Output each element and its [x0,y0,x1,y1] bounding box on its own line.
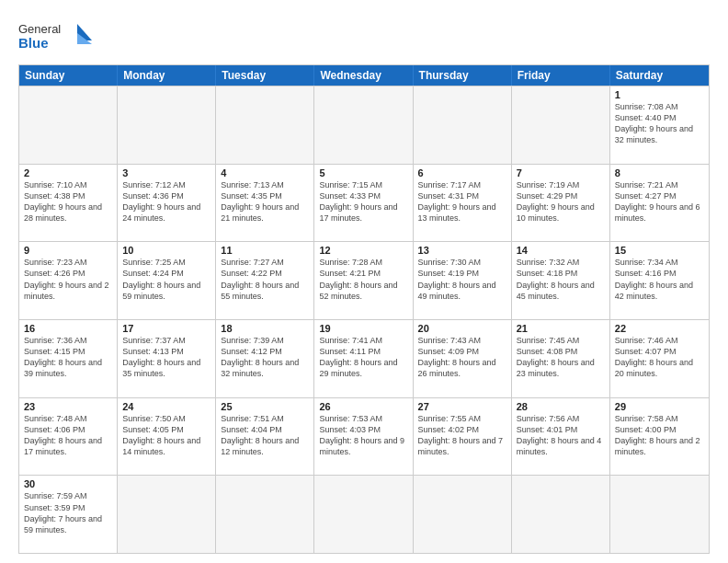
day-number: 5 [319,167,407,178]
cell-info: Sunrise: 7:28 AM Sunset: 4:21 PM Dayligh… [319,257,407,302]
day-number: 2 [24,167,112,178]
cell-info: Sunrise: 7:48 AM Sunset: 4:06 PM Dayligh… [24,413,112,458]
calendar-cell-r2c1: 10Sunrise: 7:25 AM Sunset: 4:24 PM Dayli… [118,242,216,319]
cell-info: Sunrise: 7:45 AM Sunset: 4:08 PM Dayligh… [517,335,605,380]
cell-info: Sunrise: 7:59 AM Sunset: 3:59 PM Dayligh… [24,490,112,535]
cell-info: Sunrise: 7:12 AM Sunset: 4:36 PM Dayligh… [122,179,210,224]
day-number: 9 [24,245,112,256]
weekday-header-friday: Friday [512,65,610,86]
day-number: 16 [24,323,112,334]
calendar-row-5: 30Sunrise: 7:59 AM Sunset: 3:59 PM Dayli… [19,475,709,553]
cell-info: Sunrise: 7:17 AM Sunset: 4:31 PM Dayligh… [418,179,506,224]
calendar-cell-r0c0 [19,86,118,164]
day-number: 17 [122,323,210,334]
cell-info: Sunrise: 7:56 AM Sunset: 4:01 PM Dayligh… [517,413,605,458]
day-number: 1 [615,89,704,100]
calendar-row-3: 16Sunrise: 7:36 AM Sunset: 4:15 PM Dayli… [19,319,709,397]
cell-info: Sunrise: 7:53 AM Sunset: 4:03 PM Dayligh… [319,413,407,458]
calendar-cell-r4c0: 23Sunrise: 7:48 AM Sunset: 4:06 PM Dayli… [19,398,118,476]
weekday-header-thursday: Thursday [414,65,512,86]
day-number: 22 [615,323,704,334]
calendar-row-1: 2Sunrise: 7:10 AM Sunset: 4:38 PM Daylig… [19,164,709,242]
day-number: 24 [122,401,210,412]
cell-info: Sunrise: 7:19 AM Sunset: 4:29 PM Dayligh… [517,179,605,224]
calendar-cell-r0c4 [414,86,512,164]
day-number: 20 [418,323,506,334]
cell-info: Sunrise: 7:50 AM Sunset: 4:05 PM Dayligh… [122,413,210,458]
day-number: 11 [221,245,309,256]
calendar-cell-r2c0: 9Sunrise: 7:23 AM Sunset: 4:26 PM Daylig… [19,242,118,319]
logo: General Blue [18,15,92,55]
calendar-cell-r0c1 [118,86,216,164]
calendar-cell-r1c4: 6Sunrise: 7:17 AM Sunset: 4:31 PM Daylig… [414,165,512,242]
day-number: 6 [418,167,506,178]
calendar-cell-r5c3 [314,476,413,553]
calendar-cell-r1c3: 5Sunrise: 7:15 AM Sunset: 4:33 PM Daylig… [314,165,413,242]
calendar-cell-r1c5: 7Sunrise: 7:19 AM Sunset: 4:29 PM Daylig… [512,165,610,242]
cell-info: Sunrise: 7:55 AM Sunset: 4:02 PM Dayligh… [418,413,506,458]
calendar-cell-r4c3: 26Sunrise: 7:53 AM Sunset: 4:03 PM Dayli… [314,398,413,476]
day-number: 25 [221,401,309,412]
calendar-cell-r4c6: 29Sunrise: 7:58 AM Sunset: 4:00 PM Dayli… [610,398,709,476]
calendar-row-4: 23Sunrise: 7:48 AM Sunset: 4:06 PM Dayli… [19,397,709,476]
calendar-cell-r2c3: 12Sunrise: 7:28 AM Sunset: 4:21 PM Dayli… [314,242,413,319]
cell-info: Sunrise: 7:36 AM Sunset: 4:15 PM Dayligh… [24,335,112,380]
calendar-cell-r5c4 [414,476,512,553]
cell-info: Sunrise: 7:58 AM Sunset: 4:00 PM Dayligh… [615,413,704,458]
calendar-cell-r4c5: 28Sunrise: 7:56 AM Sunset: 4:01 PM Dayli… [512,398,610,476]
weekday-header-tuesday: Tuesday [216,65,314,86]
logo-svg: General Blue [18,15,92,55]
day-number: 27 [418,401,506,412]
day-number: 23 [24,401,112,412]
calendar-cell-r3c0: 16Sunrise: 7:36 AM Sunset: 4:15 PM Dayli… [19,320,118,397]
day-number: 13 [418,245,506,256]
calendar-cell-r2c4: 13Sunrise: 7:30 AM Sunset: 4:19 PM Dayli… [414,242,512,319]
calendar-cell-r3c6: 22Sunrise: 7:46 AM Sunset: 4:07 PM Dayli… [610,320,709,397]
calendar-header: SundayMondayTuesdayWednesdayThursdayFrid… [19,65,709,86]
calendar-cell-r2c6: 15Sunrise: 7:34 AM Sunset: 4:16 PM Dayli… [610,242,709,319]
calendar-cell-r2c5: 14Sunrise: 7:32 AM Sunset: 4:18 PM Dayli… [512,242,610,319]
day-number: 26 [319,401,407,412]
cell-info: Sunrise: 7:46 AM Sunset: 4:07 PM Dayligh… [615,335,704,380]
calendar-cell-r0c3 [314,86,413,164]
cell-info: Sunrise: 7:37 AM Sunset: 4:13 PM Dayligh… [122,335,210,380]
svg-text:General: General [18,22,61,36]
day-number: 28 [517,401,605,412]
cell-info: Sunrise: 7:34 AM Sunset: 4:16 PM Dayligh… [615,257,704,302]
calendar-body: 1Sunrise: 7:08 AM Sunset: 4:40 PM Daylig… [19,86,709,553]
cell-info: Sunrise: 7:23 AM Sunset: 4:26 PM Dayligh… [24,257,112,302]
cell-info: Sunrise: 7:39 AM Sunset: 4:12 PM Dayligh… [221,335,309,380]
cell-info: Sunrise: 7:27 AM Sunset: 4:22 PM Dayligh… [221,257,309,302]
calendar-row-2: 9Sunrise: 7:23 AM Sunset: 4:26 PM Daylig… [19,241,709,319]
cell-info: Sunrise: 7:25 AM Sunset: 4:24 PM Dayligh… [122,257,210,302]
calendar-cell-r1c6: 8Sunrise: 7:21 AM Sunset: 4:27 PM Daylig… [610,165,709,242]
calendar-cell-r5c1 [118,476,216,553]
day-number: 10 [122,245,210,256]
calendar-cell-r4c2: 25Sunrise: 7:51 AM Sunset: 4:04 PM Dayli… [216,398,314,476]
cell-info: Sunrise: 7:08 AM Sunset: 4:40 PM Dayligh… [615,101,704,146]
day-number: 18 [221,323,309,334]
calendar-cell-r5c5 [512,476,610,553]
weekday-header-saturday: Saturday [610,65,709,86]
cell-info: Sunrise: 7:15 AM Sunset: 4:33 PM Dayligh… [319,179,407,224]
day-number: 8 [615,167,704,178]
calendar-cell-r3c2: 18Sunrise: 7:39 AM Sunset: 4:12 PM Dayli… [216,320,314,397]
calendar: SundayMondayTuesdayWednesdayThursdayFrid… [18,64,710,554]
cell-info: Sunrise: 7:10 AM Sunset: 4:38 PM Dayligh… [24,179,112,224]
calendar-cell-r3c1: 17Sunrise: 7:37 AM Sunset: 4:13 PM Dayli… [118,320,216,397]
weekday-header-wednesday: Wednesday [314,65,413,86]
calendar-cell-r1c1: 3Sunrise: 7:12 AM Sunset: 4:36 PM Daylig… [118,165,216,242]
day-number: 30 [24,478,112,489]
weekday-header-monday: Monday [118,65,216,86]
day-number: 14 [517,245,605,256]
calendar-cell-r1c0: 2Sunrise: 7:10 AM Sunset: 4:38 PM Daylig… [19,165,118,242]
calendar-cell-r0c5 [512,86,610,164]
day-number: 12 [319,245,407,256]
cell-info: Sunrise: 7:41 AM Sunset: 4:11 PM Dayligh… [319,335,407,380]
calendar-cell-r0c6: 1Sunrise: 7:08 AM Sunset: 4:40 PM Daylig… [610,86,709,164]
page: General Blue SundayMondayTuesdayWednesda… [0,0,728,563]
day-number: 29 [615,401,704,412]
calendar-cell-r5c0: 30Sunrise: 7:59 AM Sunset: 3:59 PM Dayli… [19,476,118,553]
cell-info: Sunrise: 7:13 AM Sunset: 4:35 PM Dayligh… [221,179,309,224]
cell-info: Sunrise: 7:51 AM Sunset: 4:04 PM Dayligh… [221,413,309,458]
